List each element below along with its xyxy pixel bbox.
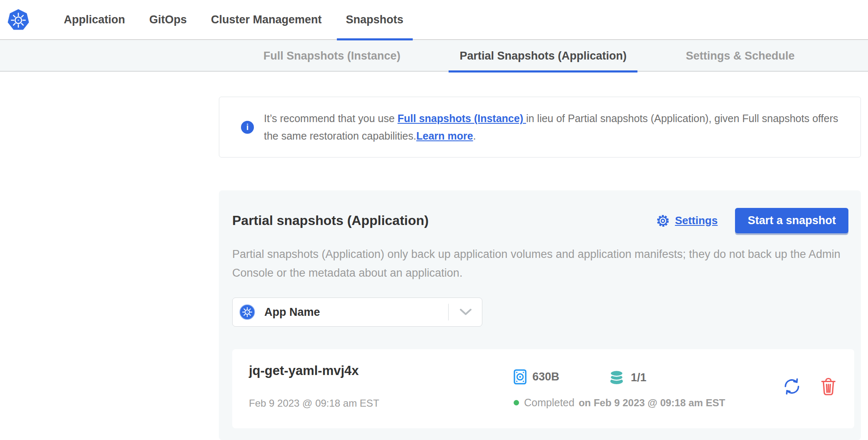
banner-text: It’s recommend that you use Full snapsho… xyxy=(264,110,844,145)
top-navigation: Application GitOps Cluster Management Sn… xyxy=(0,0,868,40)
banner-text-part3: . xyxy=(473,130,476,142)
banner-text-part1: It’s recommend that you use xyxy=(264,112,398,124)
panel-description: Partial snapshots (Application) only bac… xyxy=(232,245,845,282)
restore-icon xyxy=(782,377,802,396)
volumes-database-icon xyxy=(608,369,625,386)
panel-title: Partial snapshots (Application) xyxy=(232,213,429,228)
app-select-value: App Name xyxy=(264,306,320,319)
nav-item-gitops[interactable]: GitOps xyxy=(140,0,196,40)
snapshot-row: jq-get-yaml-mvj4x Feb 9 2023 @ 09:18 am … xyxy=(232,349,854,428)
status-label: Completed xyxy=(524,397,574,409)
tab-partial-snapshots-application[interactable]: Partial Snapshots (Application) xyxy=(449,40,637,72)
trash-icon xyxy=(820,378,837,396)
partial-snapshots-panel: Partial snapshots (Application) Settings… xyxy=(219,190,861,440)
snapshot-size-stat: 630B xyxy=(514,369,559,385)
snapshot-volumes-value: 1/1 xyxy=(631,371,647,384)
snapshot-volumes-stat: 1/1 xyxy=(608,369,647,386)
nav-item-cluster-management[interactable]: Cluster Management xyxy=(202,0,331,40)
disk-size-icon xyxy=(514,369,527,385)
snapshot-size-value: 630B xyxy=(532,370,559,383)
snapshot-settings-link[interactable]: Settings xyxy=(656,214,718,228)
snapshot-actions xyxy=(764,377,837,396)
learn-more-link[interactable]: Learn more xyxy=(416,130,473,142)
app-name-select[interactable]: App Name xyxy=(232,298,482,327)
info-icon: i xyxy=(241,121,254,134)
kubernetes-logo-icon xyxy=(8,9,29,30)
panel-header: Partial snapshots (Application) Settings… xyxy=(232,208,848,233)
top-nav-items: Application GitOps Cluster Management Sn… xyxy=(52,0,416,40)
tab-full-snapshots-instance[interactable]: Full Snapshots (Instance) xyxy=(253,40,411,72)
chevron-down-icon[interactable] xyxy=(459,298,472,326)
restore-snapshot-button[interactable] xyxy=(782,377,802,396)
start-snapshot-button[interactable]: Start a snapshot xyxy=(735,208,848,233)
delete-snapshot-button[interactable] xyxy=(820,378,837,396)
nav-item-application[interactable]: Application xyxy=(55,0,134,40)
select-divider xyxy=(448,304,449,320)
snapshots-sub-navigation: Full Snapshots (Instance) Partial Snapsh… xyxy=(0,40,868,72)
status-completed-on: on Feb 9 2023 @ 09:18 am EST xyxy=(579,397,725,409)
app-kubernetes-icon xyxy=(239,304,255,320)
nav-item-snapshots[interactable]: Snapshots xyxy=(337,0,413,40)
status-completed-dot-icon xyxy=(514,400,519,405)
recommendation-banner: i It’s recommend that you use Full snaps… xyxy=(219,97,861,158)
snapshot-status: Completed on Feb 9 2023 @ 09:18 am EST xyxy=(514,397,725,409)
tab-settings-schedule[interactable]: Settings & Schedule xyxy=(675,40,805,72)
full-snapshots-instance-link[interactable]: Full snapshots (Instance) xyxy=(398,112,526,124)
snapshot-started-date: Feb 9 2023 @ 09:18 am EST xyxy=(249,398,379,409)
settings-label: Settings xyxy=(675,214,718,227)
gear-icon xyxy=(656,214,670,228)
snapshot-name: jq-get-yaml-mvj4x xyxy=(249,363,359,378)
